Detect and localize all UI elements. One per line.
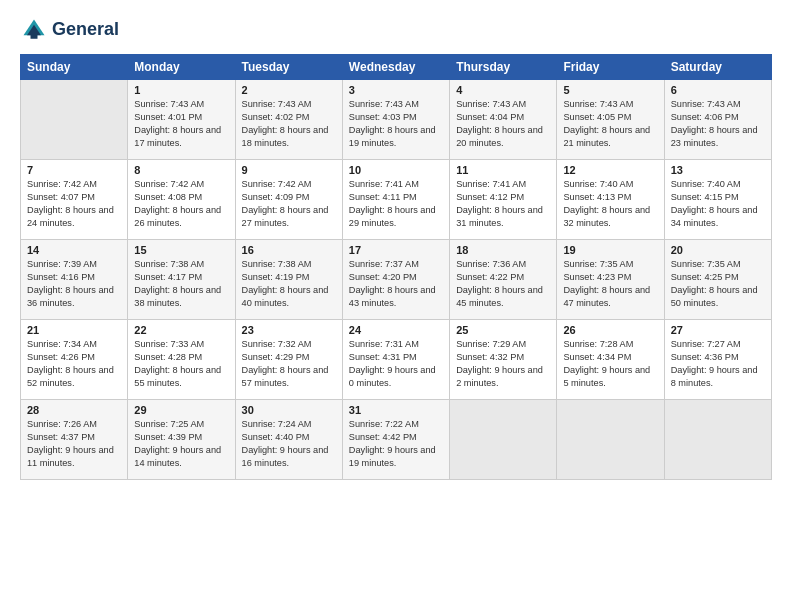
day-number: 23: [242, 324, 336, 336]
day-cell: 4Sunrise: 7:43 AMSunset: 4:04 PMDaylight…: [450, 80, 557, 160]
day-number: 5: [563, 84, 657, 96]
header-row: SundayMondayTuesdayWednesdayThursdayFrid…: [21, 55, 772, 80]
day-number: 1: [134, 84, 228, 96]
day-info: Sunrise: 7:35 AMSunset: 4:23 PMDaylight:…: [563, 258, 657, 310]
svg-rect-2: [31, 34, 38, 39]
day-info: Sunrise: 7:24 AMSunset: 4:40 PMDaylight:…: [242, 418, 336, 470]
day-number: 9: [242, 164, 336, 176]
calendar-page: General SundayMondayTuesdayWednesdayThur…: [0, 0, 792, 612]
day-number: 21: [27, 324, 121, 336]
day-cell: 20Sunrise: 7:35 AMSunset: 4:25 PMDayligh…: [664, 240, 771, 320]
day-cell: [21, 80, 128, 160]
day-number: 30: [242, 404, 336, 416]
day-info: Sunrise: 7:37 AMSunset: 4:20 PMDaylight:…: [349, 258, 443, 310]
day-info: Sunrise: 7:28 AMSunset: 4:34 PMDaylight:…: [563, 338, 657, 390]
day-cell: 26Sunrise: 7:28 AMSunset: 4:34 PMDayligh…: [557, 320, 664, 400]
day-number: 20: [671, 244, 765, 256]
day-cell: [557, 400, 664, 480]
day-number: 6: [671, 84, 765, 96]
day-number: 11: [456, 164, 550, 176]
day-number: 7: [27, 164, 121, 176]
day-cell: 24Sunrise: 7:31 AMSunset: 4:31 PMDayligh…: [342, 320, 449, 400]
day-info: Sunrise: 7:43 AMSunset: 4:04 PMDaylight:…: [456, 98, 550, 150]
day-info: Sunrise: 7:35 AMSunset: 4:25 PMDaylight:…: [671, 258, 765, 310]
day-cell: 1Sunrise: 7:43 AMSunset: 4:01 PMDaylight…: [128, 80, 235, 160]
day-info: Sunrise: 7:43 AMSunset: 4:06 PMDaylight:…: [671, 98, 765, 150]
day-number: 18: [456, 244, 550, 256]
day-cell: 22Sunrise: 7:33 AMSunset: 4:28 PMDayligh…: [128, 320, 235, 400]
header-day-thursday: Thursday: [450, 55, 557, 80]
day-cell: 10Sunrise: 7:41 AMSunset: 4:11 PMDayligh…: [342, 160, 449, 240]
day-cell: 12Sunrise: 7:40 AMSunset: 4:13 PMDayligh…: [557, 160, 664, 240]
day-info: Sunrise: 7:29 AMSunset: 4:32 PMDaylight:…: [456, 338, 550, 390]
day-cell: 3Sunrise: 7:43 AMSunset: 4:03 PMDaylight…: [342, 80, 449, 160]
header-day-saturday: Saturday: [664, 55, 771, 80]
day-cell: 19Sunrise: 7:35 AMSunset: 4:23 PMDayligh…: [557, 240, 664, 320]
day-cell: [450, 400, 557, 480]
calendar-table: SundayMondayTuesdayWednesdayThursdayFrid…: [20, 54, 772, 480]
day-info: Sunrise: 7:25 AMSunset: 4:39 PMDaylight:…: [134, 418, 228, 470]
day-number: 29: [134, 404, 228, 416]
day-info: Sunrise: 7:31 AMSunset: 4:31 PMDaylight:…: [349, 338, 443, 390]
day-number: 19: [563, 244, 657, 256]
logo: General: [20, 16, 119, 44]
day-cell: 2Sunrise: 7:43 AMSunset: 4:02 PMDaylight…: [235, 80, 342, 160]
day-info: Sunrise: 7:43 AMSunset: 4:05 PMDaylight:…: [563, 98, 657, 150]
day-info: Sunrise: 7:40 AMSunset: 4:13 PMDaylight:…: [563, 178, 657, 230]
header-day-monday: Monday: [128, 55, 235, 80]
day-info: Sunrise: 7:43 AMSunset: 4:01 PMDaylight:…: [134, 98, 228, 150]
day-info: Sunrise: 7:39 AMSunset: 4:16 PMDaylight:…: [27, 258, 121, 310]
day-cell: 17Sunrise: 7:37 AMSunset: 4:20 PMDayligh…: [342, 240, 449, 320]
header-day-friday: Friday: [557, 55, 664, 80]
week-row-0: 1Sunrise: 7:43 AMSunset: 4:01 PMDaylight…: [21, 80, 772, 160]
day-cell: 23Sunrise: 7:32 AMSunset: 4:29 PMDayligh…: [235, 320, 342, 400]
day-info: Sunrise: 7:33 AMSunset: 4:28 PMDaylight:…: [134, 338, 228, 390]
day-info: Sunrise: 7:43 AMSunset: 4:03 PMDaylight:…: [349, 98, 443, 150]
day-info: Sunrise: 7:42 AMSunset: 4:08 PMDaylight:…: [134, 178, 228, 230]
header-day-sunday: Sunday: [21, 55, 128, 80]
day-cell: 14Sunrise: 7:39 AMSunset: 4:16 PMDayligh…: [21, 240, 128, 320]
day-cell: 31Sunrise: 7:22 AMSunset: 4:42 PMDayligh…: [342, 400, 449, 480]
day-number: 24: [349, 324, 443, 336]
day-cell: 29Sunrise: 7:25 AMSunset: 4:39 PMDayligh…: [128, 400, 235, 480]
day-cell: 7Sunrise: 7:42 AMSunset: 4:07 PMDaylight…: [21, 160, 128, 240]
day-cell: 11Sunrise: 7:41 AMSunset: 4:12 PMDayligh…: [450, 160, 557, 240]
day-info: Sunrise: 7:36 AMSunset: 4:22 PMDaylight:…: [456, 258, 550, 310]
day-cell: 9Sunrise: 7:42 AMSunset: 4:09 PMDaylight…: [235, 160, 342, 240]
day-number: 2: [242, 84, 336, 96]
week-row-4: 28Sunrise: 7:26 AMSunset: 4:37 PMDayligh…: [21, 400, 772, 480]
day-cell: 5Sunrise: 7:43 AMSunset: 4:05 PMDaylight…: [557, 80, 664, 160]
header: General: [20, 16, 772, 44]
week-row-2: 14Sunrise: 7:39 AMSunset: 4:16 PMDayligh…: [21, 240, 772, 320]
day-info: Sunrise: 7:34 AMSunset: 4:26 PMDaylight:…: [27, 338, 121, 390]
day-number: 12: [563, 164, 657, 176]
day-number: 8: [134, 164, 228, 176]
day-number: 28: [27, 404, 121, 416]
day-number: 26: [563, 324, 657, 336]
day-info: Sunrise: 7:26 AMSunset: 4:37 PMDaylight:…: [27, 418, 121, 470]
day-info: Sunrise: 7:27 AMSunset: 4:36 PMDaylight:…: [671, 338, 765, 390]
day-number: 14: [27, 244, 121, 256]
day-number: 15: [134, 244, 228, 256]
day-cell: 18Sunrise: 7:36 AMSunset: 4:22 PMDayligh…: [450, 240, 557, 320]
day-info: Sunrise: 7:22 AMSunset: 4:42 PMDaylight:…: [349, 418, 443, 470]
day-number: 10: [349, 164, 443, 176]
day-cell: 21Sunrise: 7:34 AMSunset: 4:26 PMDayligh…: [21, 320, 128, 400]
header-day-tuesday: Tuesday: [235, 55, 342, 80]
day-cell: 25Sunrise: 7:29 AMSunset: 4:32 PMDayligh…: [450, 320, 557, 400]
day-number: 22: [134, 324, 228, 336]
day-cell: 30Sunrise: 7:24 AMSunset: 4:40 PMDayligh…: [235, 400, 342, 480]
day-number: 17: [349, 244, 443, 256]
day-cell: 28Sunrise: 7:26 AMSunset: 4:37 PMDayligh…: [21, 400, 128, 480]
day-cell: 16Sunrise: 7:38 AMSunset: 4:19 PMDayligh…: [235, 240, 342, 320]
logo-icon: [20, 16, 48, 44]
day-info: Sunrise: 7:32 AMSunset: 4:29 PMDaylight:…: [242, 338, 336, 390]
day-number: 25: [456, 324, 550, 336]
day-info: Sunrise: 7:42 AMSunset: 4:07 PMDaylight:…: [27, 178, 121, 230]
week-row-1: 7Sunrise: 7:42 AMSunset: 4:07 PMDaylight…: [21, 160, 772, 240]
day-info: Sunrise: 7:42 AMSunset: 4:09 PMDaylight:…: [242, 178, 336, 230]
day-number: 27: [671, 324, 765, 336]
day-info: Sunrise: 7:41 AMSunset: 4:12 PMDaylight:…: [456, 178, 550, 230]
day-cell: 15Sunrise: 7:38 AMSunset: 4:17 PMDayligh…: [128, 240, 235, 320]
day-cell: [664, 400, 771, 480]
